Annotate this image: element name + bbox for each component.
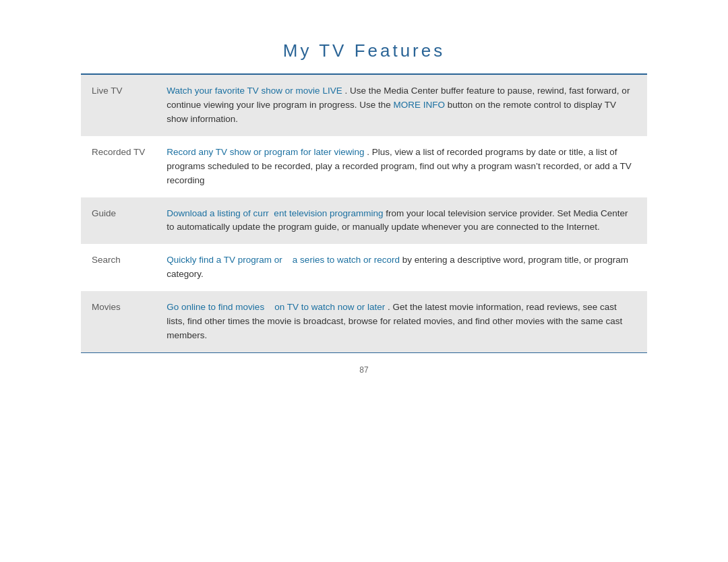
feature-description: Download a listing of curr ent televisio… [156,197,647,245]
feature-description: Go online to find movies on TV to watch … [156,291,647,352]
feature-label: Guide [81,197,156,245]
highlight-text: Record any TV show or program for later … [166,147,364,157]
highlight-text: Watch your favorite TV show or movie LIV… [166,86,342,96]
bottom-divider [81,352,647,354]
feature-label: Search [81,244,156,291]
highlight-text: MORE INFO [393,100,445,110]
highlight-text: Quickly find a TV program or a series to… [166,255,400,265]
page-number: 87 [81,365,647,375]
highlight-text: Download a listing of curr ent televisio… [166,208,383,218]
feature-label: Recorded TV [81,136,156,197]
feature-description: Watch your favorite TV show or movie LIV… [156,75,647,136]
features-table: Live TVWatch your favorite TV show or mo… [81,75,647,352]
feature-label: Movies [81,291,156,352]
feature-description: Quickly find a TV program or a series to… [156,244,647,291]
highlight-text: Go online to find movies on TV to watch … [166,302,385,312]
page-title: My TV Features [81,40,647,61]
feature-description: Record any TV show or program for later … [156,136,647,197]
feature-label: Live TV [81,75,156,136]
